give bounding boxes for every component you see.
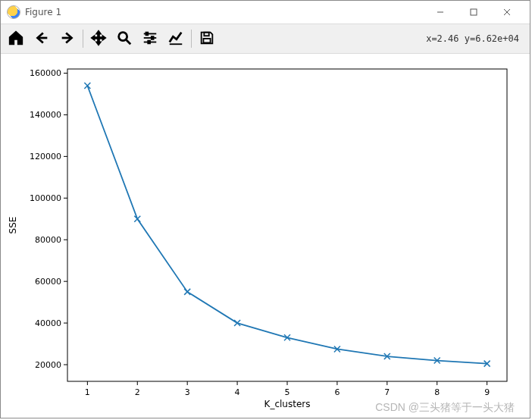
svg-text:8: 8	[434, 387, 440, 397]
svg-text:80000: 80000	[35, 235, 61, 245]
app-icon	[7, 5, 20, 19]
pan-button[interactable]	[88, 28, 109, 49]
home-icon	[8, 30, 24, 49]
home-button[interactable]	[5, 28, 27, 49]
svg-text:160000: 160000	[30, 68, 61, 78]
svg-rect-13	[148, 40, 150, 43]
window-title: Figure 1	[25, 7, 61, 17]
sliders-icon	[142, 30, 158, 49]
save-icon	[199, 30, 215, 49]
svg-rect-1	[471, 9, 477, 15]
svg-text:7: 7	[384, 387, 390, 397]
svg-rect-15	[203, 38, 210, 42]
close-button[interactable]	[490, 2, 524, 23]
svg-text:40000: 40000	[35, 318, 61, 328]
svg-line-7	[127, 39, 131, 44]
figure-window: Figure 1	[0, 0, 530, 418]
save-button[interactable]	[196, 28, 217, 49]
toolbar: x=2.46 y=6.62e+04	[1, 24, 530, 54]
svg-rect-16	[204, 32, 208, 36]
chart-line-icon	[167, 30, 184, 49]
titlebar: Figure 1	[1, 1, 530, 24]
edit-button[interactable]	[165, 28, 186, 49]
svg-rect-17	[67, 69, 507, 381]
svg-text:6: 6	[334, 387, 340, 397]
svg-text:3: 3	[185, 387, 190, 397]
svg-text:K_clusters: K_clusters	[264, 399, 311, 409]
cursor-coords: x=2.46 y=6.62e+04	[426, 33, 525, 44]
svg-text:4: 4	[235, 387, 240, 397]
toolbar-divider	[191, 30, 192, 48]
svg-text:2: 2	[135, 387, 140, 397]
chart-svg: 1234567892000040000600008000010000012000…	[1, 54, 530, 418]
zoom-button[interactable]	[114, 28, 135, 49]
back-button[interactable]	[31, 28, 52, 49]
plot-area[interactable]: 1234567892000040000600008000010000012000…	[1, 54, 530, 418]
svg-rect-12	[152, 36, 154, 39]
svg-text:120000: 120000	[30, 152, 61, 161]
arrow-right-icon	[59, 30, 76, 49]
svg-text:60000: 60000	[35, 277, 61, 287]
svg-text:9: 9	[484, 387, 490, 397]
svg-text:5: 5	[285, 387, 290, 397]
move-icon	[90, 30, 107, 49]
svg-point-6	[119, 32, 127, 40]
magnify-icon	[116, 30, 133, 49]
svg-text:20000: 20000	[35, 360, 61, 370]
minimize-button[interactable]	[424, 2, 457, 23]
svg-text:1: 1	[85, 387, 90, 397]
forward-button[interactable]	[57, 28, 78, 49]
svg-text:SSE: SSE	[8, 217, 18, 234]
configure-button[interactable]	[139, 28, 161, 49]
toolbar-divider	[83, 30, 83, 48]
arrow-left-icon	[33, 30, 50, 49]
svg-text:100000: 100000	[30, 193, 61, 203]
svg-rect-11	[146, 32, 149, 35]
svg-text:140000: 140000	[30, 110, 61, 120]
maximize-button[interactable]	[457, 2, 490, 23]
